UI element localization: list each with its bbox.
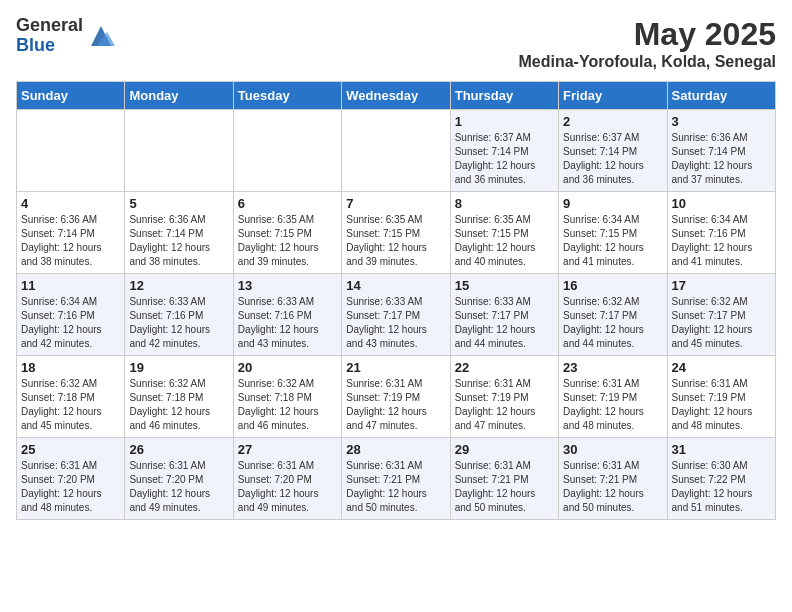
day-number: 27 [238,442,337,457]
calendar-cell: 7Sunrise: 6:35 AM Sunset: 7:15 PM Daylig… [342,192,450,274]
calendar-week-1: 1Sunrise: 6:37 AM Sunset: 7:14 PM Daylig… [17,110,776,192]
calendar-cell: 8Sunrise: 6:35 AM Sunset: 7:15 PM Daylig… [450,192,558,274]
calendar-cell: 6Sunrise: 6:35 AM Sunset: 7:15 PM Daylig… [233,192,341,274]
day-header-thursday: Thursday [450,82,558,110]
calendar-cell: 28Sunrise: 6:31 AM Sunset: 7:21 PM Dayli… [342,438,450,520]
day-info: Sunrise: 6:31 AM Sunset: 7:19 PM Dayligh… [455,377,554,433]
day-number: 30 [563,442,662,457]
day-info: Sunrise: 6:36 AM Sunset: 7:14 PM Dayligh… [672,131,771,187]
day-number: 20 [238,360,337,375]
calendar-cell: 23Sunrise: 6:31 AM Sunset: 7:19 PM Dayli… [559,356,667,438]
day-info: Sunrise: 6:31 AM Sunset: 7:20 PM Dayligh… [238,459,337,515]
day-number: 17 [672,278,771,293]
title-section: May 2025 Medina-Yorofoula, Kolda, Senega… [518,16,776,71]
day-info: Sunrise: 6:35 AM Sunset: 7:15 PM Dayligh… [238,213,337,269]
day-number: 28 [346,442,445,457]
calendar-cell: 20Sunrise: 6:32 AM Sunset: 7:18 PM Dayli… [233,356,341,438]
day-info: Sunrise: 6:37 AM Sunset: 7:14 PM Dayligh… [563,131,662,187]
calendar-cell: 26Sunrise: 6:31 AM Sunset: 7:20 PM Dayli… [125,438,233,520]
day-header-wednesday: Wednesday [342,82,450,110]
day-number: 18 [21,360,120,375]
day-number: 13 [238,278,337,293]
day-info: Sunrise: 6:34 AM Sunset: 7:16 PM Dayligh… [672,213,771,269]
day-info: Sunrise: 6:31 AM Sunset: 7:21 PM Dayligh… [563,459,662,515]
day-header-monday: Monday [125,82,233,110]
day-info: Sunrise: 6:32 AM Sunset: 7:18 PM Dayligh… [21,377,120,433]
day-info: Sunrise: 6:31 AM Sunset: 7:20 PM Dayligh… [21,459,120,515]
day-number: 7 [346,196,445,211]
day-info: Sunrise: 6:32 AM Sunset: 7:17 PM Dayligh… [563,295,662,351]
day-info: Sunrise: 6:31 AM Sunset: 7:19 PM Dayligh… [563,377,662,433]
calendar-cell: 12Sunrise: 6:33 AM Sunset: 7:16 PM Dayli… [125,274,233,356]
calendar-cell: 2Sunrise: 6:37 AM Sunset: 7:14 PM Daylig… [559,110,667,192]
calendar-week-3: 11Sunrise: 6:34 AM Sunset: 7:16 PM Dayli… [17,274,776,356]
day-info: Sunrise: 6:31 AM Sunset: 7:21 PM Dayligh… [346,459,445,515]
day-number: 15 [455,278,554,293]
day-number: 6 [238,196,337,211]
day-info: Sunrise: 6:35 AM Sunset: 7:15 PM Dayligh… [346,213,445,269]
day-info: Sunrise: 6:31 AM Sunset: 7:20 PM Dayligh… [129,459,228,515]
calendar-cell: 10Sunrise: 6:34 AM Sunset: 7:16 PM Dayli… [667,192,775,274]
day-info: Sunrise: 6:36 AM Sunset: 7:14 PM Dayligh… [129,213,228,269]
calendar-cell [125,110,233,192]
day-number: 14 [346,278,445,293]
day-number: 21 [346,360,445,375]
calendar-week-5: 25Sunrise: 6:31 AM Sunset: 7:20 PM Dayli… [17,438,776,520]
day-info: Sunrise: 6:31 AM Sunset: 7:19 PM Dayligh… [346,377,445,433]
calendar-cell: 17Sunrise: 6:32 AM Sunset: 7:17 PM Dayli… [667,274,775,356]
day-header-saturday: Saturday [667,82,775,110]
day-info: Sunrise: 6:34 AM Sunset: 7:15 PM Dayligh… [563,213,662,269]
day-number: 5 [129,196,228,211]
logo: General Blue [16,16,115,56]
day-info: Sunrise: 6:33 AM Sunset: 7:16 PM Dayligh… [238,295,337,351]
calendar-cell: 4Sunrise: 6:36 AM Sunset: 7:14 PM Daylig… [17,192,125,274]
days-header-row: SundayMondayTuesdayWednesdayThursdayFrid… [17,82,776,110]
day-number: 25 [21,442,120,457]
calendar-cell: 13Sunrise: 6:33 AM Sunset: 7:16 PM Dayli… [233,274,341,356]
day-number: 9 [563,196,662,211]
day-number: 22 [455,360,554,375]
day-number: 12 [129,278,228,293]
page-header: General Blue May 2025 Medina-Yorofoula, … [16,16,776,71]
day-info: Sunrise: 6:31 AM Sunset: 7:19 PM Dayligh… [672,377,771,433]
calendar-cell: 16Sunrise: 6:32 AM Sunset: 7:17 PM Dayli… [559,274,667,356]
day-number: 4 [21,196,120,211]
day-number: 23 [563,360,662,375]
calendar-cell: 21Sunrise: 6:31 AM Sunset: 7:19 PM Dayli… [342,356,450,438]
month-title: May 2025 [518,16,776,53]
day-number: 29 [455,442,554,457]
calendar-cell: 25Sunrise: 6:31 AM Sunset: 7:20 PM Dayli… [17,438,125,520]
calendar-cell [342,110,450,192]
day-number: 24 [672,360,771,375]
calendar-week-4: 18Sunrise: 6:32 AM Sunset: 7:18 PM Dayli… [17,356,776,438]
day-header-tuesday: Tuesday [233,82,341,110]
day-info: Sunrise: 6:32 AM Sunset: 7:18 PM Dayligh… [129,377,228,433]
day-info: Sunrise: 6:32 AM Sunset: 7:18 PM Dayligh… [238,377,337,433]
day-number: 3 [672,114,771,129]
day-info: Sunrise: 6:32 AM Sunset: 7:17 PM Dayligh… [672,295,771,351]
day-info: Sunrise: 6:35 AM Sunset: 7:15 PM Dayligh… [455,213,554,269]
calendar-cell: 3Sunrise: 6:36 AM Sunset: 7:14 PM Daylig… [667,110,775,192]
day-info: Sunrise: 6:34 AM Sunset: 7:16 PM Dayligh… [21,295,120,351]
calendar-cell: 1Sunrise: 6:37 AM Sunset: 7:14 PM Daylig… [450,110,558,192]
calendar-cell: 15Sunrise: 6:33 AM Sunset: 7:17 PM Dayli… [450,274,558,356]
logo-blue: Blue [16,36,83,56]
day-number: 31 [672,442,771,457]
calendar-cell: 11Sunrise: 6:34 AM Sunset: 7:16 PM Dayli… [17,274,125,356]
calendar-cell [17,110,125,192]
calendar-cell: 29Sunrise: 6:31 AM Sunset: 7:21 PM Dayli… [450,438,558,520]
day-info: Sunrise: 6:37 AM Sunset: 7:14 PM Dayligh… [455,131,554,187]
calendar-cell: 9Sunrise: 6:34 AM Sunset: 7:15 PM Daylig… [559,192,667,274]
calendar-cell: 5Sunrise: 6:36 AM Sunset: 7:14 PM Daylig… [125,192,233,274]
calendar-cell: 19Sunrise: 6:32 AM Sunset: 7:18 PM Dayli… [125,356,233,438]
calendar-cell: 27Sunrise: 6:31 AM Sunset: 7:20 PM Dayli… [233,438,341,520]
calendar-cell: 24Sunrise: 6:31 AM Sunset: 7:19 PM Dayli… [667,356,775,438]
day-info: Sunrise: 6:33 AM Sunset: 7:17 PM Dayligh… [346,295,445,351]
day-number: 2 [563,114,662,129]
calendar-cell: 18Sunrise: 6:32 AM Sunset: 7:18 PM Dayli… [17,356,125,438]
day-info: Sunrise: 6:30 AM Sunset: 7:22 PM Dayligh… [672,459,771,515]
day-header-friday: Friday [559,82,667,110]
day-info: Sunrise: 6:31 AM Sunset: 7:21 PM Dayligh… [455,459,554,515]
calendar-week-2: 4Sunrise: 6:36 AM Sunset: 7:14 PM Daylig… [17,192,776,274]
location-title: Medina-Yorofoula, Kolda, Senegal [518,53,776,71]
